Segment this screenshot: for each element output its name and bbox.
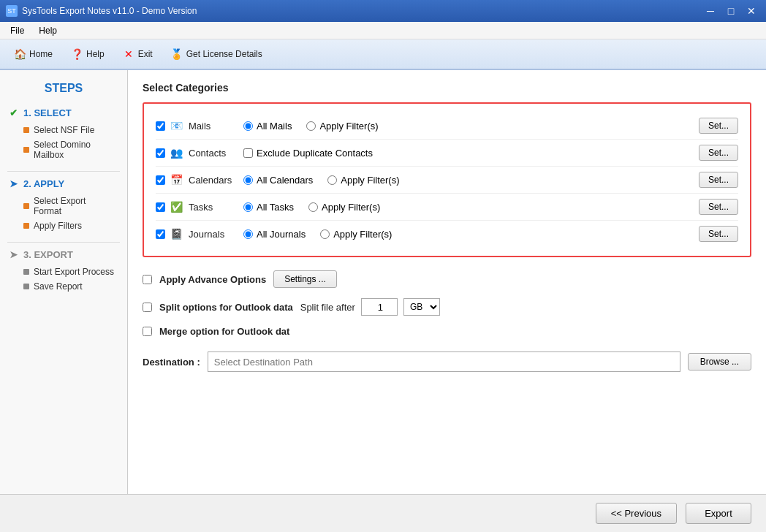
step3-item1-label: Start Export Process [34,267,114,277]
mails-icon: 📧 [169,118,183,133]
journals-checkbox[interactable] [156,229,165,239]
step2-bullet2 [23,223,29,229]
sidebar: STEPS ✔ 1. SELECT Select NSF File Select… [0,70,128,532]
previous-button[interactable]: << Previous [596,503,677,524]
journals-row: 📓 Journals All Journals Apply Filter(s) … [156,220,738,247]
destination-input[interactable] [208,352,680,372]
contacts-set-button[interactable]: Set... [699,145,738,161]
destination-label: Destination : [143,357,200,368]
split-options-row: Split options for Outlook data Split fil… [143,298,751,316]
settings-button[interactable]: Settings ... [273,270,337,288]
calendars-checkbox[interactable] [156,175,165,185]
options-section: Apply Advance Options Settings ... Split… [143,270,751,337]
split-value-input[interactable] [361,298,398,316]
tasks-row: ✅ Tasks All Tasks Apply Filter(s) Set... [156,193,738,220]
contacts-checkbox[interactable] [156,148,165,158]
exclude-duplicate-checkbox[interactable] [243,148,253,158]
sidebar-item-select-nsf[interactable]: Select NSF File [7,123,120,137]
sidebar-item-save-report[interactable]: Save Report [7,279,120,294]
categories-box: 📧 Mails All Mails Apply Filter(s) Set... [143,102,751,257]
app-icon: ST [6,5,18,17]
tasks-set-button[interactable]: Set... [699,199,738,215]
main-layout: STEPS ✔ 1. SELECT Select NSF File Select… [0,70,766,532]
advance-options-row: Apply Advance Options Settings ... [143,270,751,288]
step3-item2-label: Save Report [34,281,83,292]
split-unit-select[interactable]: GB MB [403,298,440,316]
help-button[interactable]: ❓ Help [64,45,110,64]
step1-section: ✔ 1. SELECT Select NSF File Select Domin… [7,107,120,162]
mails-checkbox[interactable] [156,121,165,131]
exit-button[interactable]: ✕ Exit [116,45,159,64]
contacts-icon: 👥 [169,145,183,160]
mails-label: Mails [189,121,211,132]
menu-file[interactable]: File [4,24,30,37]
advance-options-checkbox[interactable] [143,275,152,284]
step3-arrow-icon: ➤ [7,248,19,260]
tasks-checkbox[interactable] [156,202,165,212]
split-controls: Split file after GB MB [300,298,440,316]
step1-item2-label: Select Domino Mailbox [34,140,115,160]
step1-check-icon: ✔ [7,107,19,118]
step2-item2-label: Apply Filters [34,221,82,231]
sidebar-item-start-export[interactable]: Start Export Process [7,265,120,279]
contacts-options: Exclude Duplicate Contacts [236,148,699,159]
step1-label: 1. SELECT [23,107,72,118]
sidebar-title: STEPS [7,82,120,95]
step-divider-1 [7,171,120,172]
license-icon: 🏅 [170,48,183,61]
tasks-filter-option[interactable]: Apply Filter(s) [308,202,380,213]
calendars-icon: 📅 [169,172,183,187]
calendars-filter-option[interactable]: Apply Filter(s) [327,175,399,186]
step1-bullet1 [23,127,29,133]
journals-icon: 📓 [169,227,183,241]
step2-label: 2. APPLY [23,178,64,189]
get-license-button[interactable]: 🏅 Get License Details [164,45,268,64]
export-button[interactable]: Export [686,503,751,524]
contacts-exclude-option[interactable]: Exclude Duplicate Contacts [243,148,373,159]
journals-set-button[interactable]: Set... [699,226,738,242]
sidebar-item-apply-filters[interactable]: Apply Filters [7,218,120,233]
maximize-button[interactable]: □ [722,4,740,18]
journals-label: Journals [189,229,224,240]
calendars-all-option[interactable]: All Calendars [243,175,313,186]
merge-option-checkbox[interactable] [143,327,152,336]
step2-header: ➤ 2. APPLY [7,178,120,189]
merge-option-label: Merge option for Outlook dat [159,326,289,337]
sidebar-item-export-format[interactable]: Select Export Format [7,194,120,218]
menu-bar: File Help [0,22,766,39]
step1-bullet2 [23,147,29,153]
step-divider-2 [7,242,120,243]
journals-options: All Journals Apply Filter(s) [236,229,699,240]
calendars-set-button[interactable]: Set... [699,172,738,188]
contacts-label: Contacts [189,148,226,159]
browse-button[interactable]: Browse ... [688,353,751,370]
mails-filter-option[interactable]: Apply Filter(s) [306,121,378,132]
destination-row: Destination : Browse ... [143,352,751,372]
content-area: Select Categories 📧 Mails All Mails [128,70,766,532]
mails-all-option[interactable]: All Mails [243,121,292,132]
tasks-icon: ✅ [169,200,183,214]
menu-help[interactable]: Help [33,24,63,37]
title-bar: ST SysTools Export Notes v11.0 - Demo Ve… [0,0,766,22]
step2-section: ➤ 2. APPLY Select Export Format Apply Fi… [7,178,120,233]
home-button[interactable]: 🏠 Home [7,45,58,64]
advance-options-label: Apply Advance Options [159,274,266,285]
step2-bullet1 [23,203,29,209]
step3-bullet1 [23,269,29,275]
step3-section: ➤ 3. EXPORT Start Export Process Save Re… [7,248,120,294]
journals-all-option[interactable]: All Journals [243,229,306,240]
step3-header: ➤ 3. EXPORT [7,248,120,260]
split-options-label: Split options for Outlook data [159,302,293,313]
calendars-label: Calendars [189,175,232,186]
tasks-all-option[interactable]: All Tasks [243,202,294,213]
step1-header: ✔ 1. SELECT [7,107,120,118]
journals-filter-option[interactable]: Apply Filter(s) [320,229,392,240]
contacts-row: 👥 Contacts Exclude Duplicate Contacts Se… [156,139,738,166]
close-button[interactable]: ✕ [743,4,760,18]
help-icon: ❓ [70,48,83,61]
minimize-button[interactable]: ─ [702,4,719,18]
sidebar-item-select-domino[interactable]: Select Domino Mailbox [7,137,120,162]
mails-set-button[interactable]: Set... [699,118,738,134]
split-options-checkbox[interactable] [143,303,152,312]
merge-option-row: Merge option for Outlook dat [143,326,751,337]
